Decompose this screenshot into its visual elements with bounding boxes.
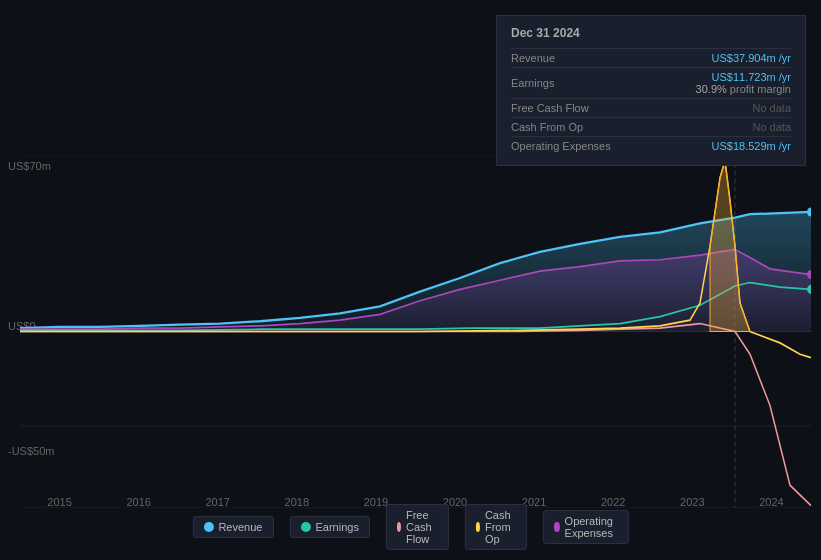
legend-dot-revenue <box>203 522 213 532</box>
tooltip-label-revenue: Revenue <box>511 52 555 64</box>
x-label-2016: 2016 <box>126 496 150 508</box>
x-label-2015: 2015 <box>47 496 71 508</box>
chart-svg <box>20 155 811 508</box>
tooltip-profit-margin: 30.9% profit margin <box>696 83 791 95</box>
x-label-2024: 2024 <box>759 496 783 508</box>
legend-dot-opex <box>554 522 559 532</box>
legend-label-opex: Operating Expenses <box>565 515 618 539</box>
x-label-2023: 2023 <box>680 496 704 508</box>
legend-item-earnings[interactable]: Earnings <box>289 516 369 538</box>
legend-dot-earnings <box>300 522 310 532</box>
legend-item-fcf[interactable]: Free Cash Flow <box>386 504 449 550</box>
tooltip-row-fcf: Free Cash Flow No data <box>511 98 791 117</box>
tooltip-panel: Dec 31 2024 Revenue US$37.904m /yr Earni… <box>496 15 806 166</box>
tooltip-row-revenue: Revenue US$37.904m /yr <box>511 48 791 67</box>
tooltip-value-revenue: US$37.904m /yr <box>712 52 791 64</box>
tooltip-value-earnings: US$11.723m /yr <box>696 71 791 83</box>
opex-area <box>20 250 811 332</box>
legend-label-cashfromop: Cash From Op <box>485 509 516 545</box>
tooltip-value-opex: US$18.529m /yr <box>712 140 791 152</box>
tooltip-label-cashfromop: Cash From Op <box>511 121 583 133</box>
tooltip-row-earnings: Earnings US$11.723m /yr 30.9% profit mar… <box>511 67 791 98</box>
tooltip-label-earnings: Earnings <box>511 77 554 89</box>
fcf-line <box>20 324 811 506</box>
legend-item-cashfromop[interactable]: Cash From Op <box>465 504 528 550</box>
legend-label-fcf: Free Cash Flow <box>406 509 438 545</box>
chart-area <box>20 155 811 508</box>
tooltip-row-opex: Operating Expenses US$18.529m /yr <box>511 136 791 155</box>
legend-label-revenue: Revenue <box>218 521 262 533</box>
legend-dot-fcf <box>397 522 401 532</box>
legend-item-opex[interactable]: Operating Expenses <box>543 510 628 544</box>
legend-item-revenue[interactable]: Revenue <box>192 516 273 538</box>
tooltip-label-fcf: Free Cash Flow <box>511 102 589 114</box>
tooltip-value-fcf: No data <box>752 102 791 114</box>
legend-label-earnings: Earnings <box>315 521 358 533</box>
tooltip-row-cashfromop: Cash From Op No data <box>511 117 791 136</box>
tooltip-value-cashfromop: No data <box>752 121 791 133</box>
tooltip-title: Dec 31 2024 <box>511 26 791 40</box>
legend-dot-cashfromop <box>476 522 480 532</box>
tooltip-label-opex: Operating Expenses <box>511 140 611 152</box>
legend: Revenue Earnings Free Cash Flow Cash Fro… <box>192 504 628 550</box>
chart-container: Dec 31 2024 Revenue US$37.904m /yr Earni… <box>0 0 821 560</box>
